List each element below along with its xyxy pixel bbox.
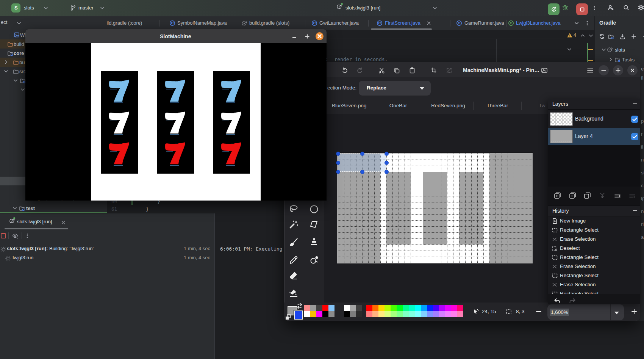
add-layer-icon[interactable] bbox=[554, 192, 561, 199]
clone-stamp-tool[interactable] bbox=[309, 237, 319, 247]
gradle-root-label[interactable]: slots bbox=[615, 47, 625, 53]
history-item[interactable]: Deselect bbox=[548, 244, 640, 253]
warnings-icon[interactable] bbox=[567, 32, 573, 38]
settings-button[interactable] bbox=[638, 5, 644, 11]
doc-tab[interactable]: OneBar bbox=[381, 103, 415, 108]
tree-chevron-icon[interactable] bbox=[3, 59, 9, 65]
palette-recent-swatch[interactable] bbox=[304, 305, 310, 311]
palette-recent-swatch[interactable] bbox=[316, 311, 322, 317]
palette-gray-swatch[interactable] bbox=[350, 305, 356, 311]
selection-handle[interactable] bbox=[336, 170, 340, 174]
warnings-count[interactable]: 4 bbox=[574, 32, 576, 38]
debug-button[interactable] bbox=[562, 4, 570, 12]
doc-tab[interactable]: RedSeven.png bbox=[431, 103, 465, 108]
gradle-tasks-chevron-icon[interactable] bbox=[608, 56, 614, 63]
zoom-value[interactable]: 1,600% bbox=[551, 309, 568, 315]
palette-swatch[interactable] bbox=[403, 311, 409, 317]
tree-chevron-icon[interactable] bbox=[3, 68, 9, 74]
copy-icon[interactable] bbox=[394, 67, 400, 74]
paintbrush-tool[interactable] bbox=[289, 237, 299, 247]
branch-chevron-icon[interactable] bbox=[99, 5, 105, 11]
gradle-collapse-icon[interactable] bbox=[642, 33, 644, 39]
history-item[interactable]: Erase Selection bbox=[548, 235, 640, 244]
git-branch-icon[interactable] bbox=[70, 5, 76, 11]
rerun-button[interactable] bbox=[548, 3, 560, 15]
zoom-combo[interactable]: 1,600% bbox=[547, 304, 624, 320]
palette-recent-swatch[interactable] bbox=[328, 311, 335, 317]
slot-maximize-button[interactable] bbox=[304, 33, 310, 39]
palette-swatch[interactable] bbox=[421, 305, 427, 311]
stop-button[interactable] bbox=[576, 3, 588, 15]
palette-swatch[interactable] bbox=[415, 311, 421, 317]
tree-chevron-icon[interactable] bbox=[20, 86, 26, 92]
palette-swatch[interactable] bbox=[378, 305, 385, 311]
tab-options-icon[interactable] bbox=[584, 20, 590, 26]
history-item[interactable]: Rectangle Select bbox=[548, 271, 640, 280]
palette-swatch[interactable] bbox=[451, 305, 457, 311]
palette-swatch[interactable] bbox=[415, 305, 421, 311]
palette-swatch[interactable] bbox=[445, 311, 451, 317]
palette-gray-swatch[interactable] bbox=[344, 305, 350, 311]
search-button[interactable] bbox=[623, 5, 630, 11]
gradle-tasks-label[interactable]: Tasks bbox=[622, 57, 635, 63]
palette-swatch[interactable] bbox=[391, 311, 397, 317]
palette-swatch[interactable] bbox=[433, 305, 439, 311]
run-filter-eye-icon[interactable] bbox=[12, 233, 19, 239]
gradle-root-chevron-icon[interactable] bbox=[601, 47, 607, 53]
palette-swatch[interactable] bbox=[385, 311, 391, 317]
secondary-color-chip[interactable] bbox=[294, 310, 303, 320]
paste-icon[interactable] bbox=[409, 67, 416, 74]
next-warning-icon[interactable] bbox=[588, 33, 593, 38]
menu-hamburger-icon[interactable] bbox=[587, 67, 594, 74]
history-item[interactable]: Rectangle Select bbox=[548, 226, 640, 235]
palette-swatch[interactable] bbox=[451, 311, 457, 317]
history-undo-icon[interactable] bbox=[554, 298, 561, 304]
screenshot-icon[interactable] bbox=[541, 67, 548, 74]
palette-swatch[interactable] bbox=[445, 305, 451, 311]
slot-close-button[interactable] bbox=[316, 32, 324, 40]
magic-wand-tool[interactable] bbox=[289, 219, 299, 229]
palette-swatch[interactable] bbox=[372, 311, 378, 317]
palette-swatch[interactable] bbox=[409, 311, 415, 317]
history-collapse-icon[interactable] bbox=[632, 208, 638, 214]
palette-swatch[interactable] bbox=[385, 305, 391, 311]
ellipse-select-tool[interactable] bbox=[309, 204, 319, 214]
layer-visibility-checkbox[interactable] bbox=[631, 133, 638, 140]
selection-handle[interactable] bbox=[385, 161, 389, 165]
color-picker-tool[interactable] bbox=[309, 255, 319, 265]
sticky-collapse-icon[interactable] bbox=[566, 46, 572, 52]
selection-handle[interactable] bbox=[336, 161, 340, 165]
project-name[interactable]: slots bbox=[24, 5, 34, 11]
pencil-tool[interactable] bbox=[289, 255, 299, 265]
layer-row-background[interactable]: Background bbox=[548, 110, 640, 128]
project-panel-header-label[interactable]: ect bbox=[1, 19, 7, 25]
palette-recent-swatch[interactable] bbox=[322, 311, 328, 317]
selection-handle[interactable] bbox=[360, 152, 364, 156]
window-minimize-button[interactable] bbox=[599, 65, 609, 75]
history-item[interactable]: Erase Selection bbox=[548, 262, 640, 271]
move-selection-tool[interactable] bbox=[309, 219, 319, 229]
selection-handle[interactable] bbox=[360, 170, 364, 174]
layer-visibility-checkbox[interactable] bbox=[631, 116, 638, 123]
gradle-add-icon[interactable] bbox=[631, 33, 637, 39]
palette-recent-swatch[interactable] bbox=[322, 305, 328, 311]
palette-swatch[interactable] bbox=[439, 305, 445, 311]
swap-colors-icon[interactable] bbox=[297, 303, 303, 309]
palette-gray-swatch[interactable] bbox=[344, 311, 350, 317]
palette-gray-swatch[interactable] bbox=[356, 305, 362, 311]
palette-swatch[interactable] bbox=[457, 311, 463, 317]
run-tab-close-icon[interactable] bbox=[60, 219, 66, 225]
palette-swatch[interactable] bbox=[409, 305, 415, 311]
run-tab-scrollbar[interactable] bbox=[5, 228, 68, 229]
build-task-row[interactable]: :lwjgl3:run bbox=[11, 255, 34, 260]
tree-chevron-icon[interactable] bbox=[12, 205, 18, 211]
doc-tab[interactable]: ThreeBar bbox=[480, 103, 514, 108]
layer-properties-icon[interactable] bbox=[614, 192, 621, 199]
palette-swatch[interactable] bbox=[427, 305, 433, 311]
undo-icon[interactable] bbox=[342, 67, 349, 74]
run-more-icon[interactable] bbox=[24, 233, 30, 239]
palette-swatch[interactable] bbox=[421, 311, 427, 317]
build-task-row[interactable]: slots:lwjgl3 [run]: Building: ':lwjgl3:r… bbox=[7, 246, 94, 251]
palette-recent-swatch[interactable] bbox=[304, 311, 310, 317]
cut-icon[interactable] bbox=[378, 67, 385, 74]
